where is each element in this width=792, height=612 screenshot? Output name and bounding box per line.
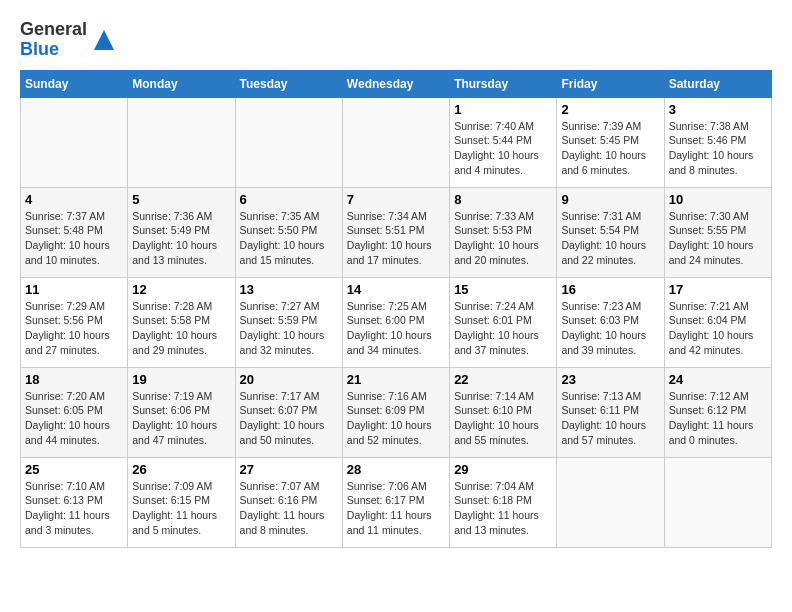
- day-number: 12: [132, 282, 230, 297]
- day-number: 15: [454, 282, 552, 297]
- calendar-cell: 16Sunrise: 7:23 AM Sunset: 6:03 PM Dayli…: [557, 277, 664, 367]
- day-info: Sunrise: 7:29 AM Sunset: 5:56 PM Dayligh…: [25, 299, 123, 358]
- calendar-cell: 23Sunrise: 7:13 AM Sunset: 6:11 PM Dayli…: [557, 367, 664, 457]
- calendar-cell: 6Sunrise: 7:35 AM Sunset: 5:50 PM Daylig…: [235, 187, 342, 277]
- calendar-cell: 24Sunrise: 7:12 AM Sunset: 6:12 PM Dayli…: [664, 367, 771, 457]
- day-info: Sunrise: 7:10 AM Sunset: 6:13 PM Dayligh…: [25, 479, 123, 538]
- day-number: 17: [669, 282, 767, 297]
- day-number: 11: [25, 282, 123, 297]
- day-number: 8: [454, 192, 552, 207]
- day-info: Sunrise: 7:35 AM Sunset: 5:50 PM Dayligh…: [240, 209, 338, 268]
- calendar-table: SundayMondayTuesdayWednesdayThursdayFrid…: [20, 70, 772, 548]
- day-info: Sunrise: 7:30 AM Sunset: 5:55 PM Dayligh…: [669, 209, 767, 268]
- day-number: 2: [561, 102, 659, 117]
- day-info: Sunrise: 7:28 AM Sunset: 5:58 PM Dayligh…: [132, 299, 230, 358]
- day-number: 22: [454, 372, 552, 387]
- calendar-cell: 10Sunrise: 7:30 AM Sunset: 5:55 PM Dayli…: [664, 187, 771, 277]
- header-day-tuesday: Tuesday: [235, 70, 342, 97]
- calendar-cell: [128, 97, 235, 187]
- day-info: Sunrise: 7:17 AM Sunset: 6:07 PM Dayligh…: [240, 389, 338, 448]
- page-header: General Blue: [20, 20, 772, 60]
- day-number: 10: [669, 192, 767, 207]
- day-number: 13: [240, 282, 338, 297]
- header-day-saturday: Saturday: [664, 70, 771, 97]
- day-info: Sunrise: 7:39 AM Sunset: 5:45 PM Dayligh…: [561, 119, 659, 178]
- day-number: 4: [25, 192, 123, 207]
- day-number: 24: [669, 372, 767, 387]
- calendar-cell: 11Sunrise: 7:29 AM Sunset: 5:56 PM Dayli…: [21, 277, 128, 367]
- header-day-sunday: Sunday: [21, 70, 128, 97]
- day-info: Sunrise: 7:16 AM Sunset: 6:09 PM Dayligh…: [347, 389, 445, 448]
- header-day-monday: Monday: [128, 70, 235, 97]
- header-day-friday: Friday: [557, 70, 664, 97]
- calendar-cell: [342, 97, 449, 187]
- calendar-cell: 26Sunrise: 7:09 AM Sunset: 6:15 PM Dayli…: [128, 457, 235, 547]
- header-day-thursday: Thursday: [450, 70, 557, 97]
- day-number: 25: [25, 462, 123, 477]
- day-info: Sunrise: 7:38 AM Sunset: 5:46 PM Dayligh…: [669, 119, 767, 178]
- header-row: SundayMondayTuesdayWednesdayThursdayFrid…: [21, 70, 772, 97]
- day-number: 18: [25, 372, 123, 387]
- week-row-0: 1Sunrise: 7:40 AM Sunset: 5:44 PM Daylig…: [21, 97, 772, 187]
- calendar-cell: 12Sunrise: 7:28 AM Sunset: 5:58 PM Dayli…: [128, 277, 235, 367]
- calendar-cell: 27Sunrise: 7:07 AM Sunset: 6:16 PM Dayli…: [235, 457, 342, 547]
- day-number: 6: [240, 192, 338, 207]
- svg-marker-0: [94, 30, 114, 50]
- calendar-cell: 21Sunrise: 7:16 AM Sunset: 6:09 PM Dayli…: [342, 367, 449, 457]
- day-info: Sunrise: 7:12 AM Sunset: 6:12 PM Dayligh…: [669, 389, 767, 448]
- day-info: Sunrise: 7:34 AM Sunset: 5:51 PM Dayligh…: [347, 209, 445, 268]
- day-number: 1: [454, 102, 552, 117]
- logo-text: General Blue: [20, 20, 87, 60]
- week-row-1: 4Sunrise: 7:37 AM Sunset: 5:48 PM Daylig…: [21, 187, 772, 277]
- day-info: Sunrise: 7:20 AM Sunset: 6:05 PM Dayligh…: [25, 389, 123, 448]
- calendar-body: 1Sunrise: 7:40 AM Sunset: 5:44 PM Daylig…: [21, 97, 772, 547]
- day-number: 5: [132, 192, 230, 207]
- day-info: Sunrise: 7:09 AM Sunset: 6:15 PM Dayligh…: [132, 479, 230, 538]
- day-info: Sunrise: 7:36 AM Sunset: 5:49 PM Dayligh…: [132, 209, 230, 268]
- day-info: Sunrise: 7:04 AM Sunset: 6:18 PM Dayligh…: [454, 479, 552, 538]
- calendar-cell: 3Sunrise: 7:38 AM Sunset: 5:46 PM Daylig…: [664, 97, 771, 187]
- day-info: Sunrise: 7:25 AM Sunset: 6:00 PM Dayligh…: [347, 299, 445, 358]
- calendar-cell: 2Sunrise: 7:39 AM Sunset: 5:45 PM Daylig…: [557, 97, 664, 187]
- week-row-4: 25Sunrise: 7:10 AM Sunset: 6:13 PM Dayli…: [21, 457, 772, 547]
- day-info: Sunrise: 7:24 AM Sunset: 6:01 PM Dayligh…: [454, 299, 552, 358]
- day-info: Sunrise: 7:13 AM Sunset: 6:11 PM Dayligh…: [561, 389, 659, 448]
- calendar-cell: [21, 97, 128, 187]
- calendar-cell: [235, 97, 342, 187]
- day-number: 3: [669, 102, 767, 117]
- logo-blue: Blue: [20, 40, 87, 60]
- day-info: Sunrise: 7:21 AM Sunset: 6:04 PM Dayligh…: [669, 299, 767, 358]
- calendar-cell: 19Sunrise: 7:19 AM Sunset: 6:06 PM Dayli…: [128, 367, 235, 457]
- day-info: Sunrise: 7:14 AM Sunset: 6:10 PM Dayligh…: [454, 389, 552, 448]
- calendar-cell: 28Sunrise: 7:06 AM Sunset: 6:17 PM Dayli…: [342, 457, 449, 547]
- day-info: Sunrise: 7:40 AM Sunset: 5:44 PM Dayligh…: [454, 119, 552, 178]
- day-info: Sunrise: 7:19 AM Sunset: 6:06 PM Dayligh…: [132, 389, 230, 448]
- calendar-cell: 5Sunrise: 7:36 AM Sunset: 5:49 PM Daylig…: [128, 187, 235, 277]
- day-number: 28: [347, 462, 445, 477]
- day-number: 16: [561, 282, 659, 297]
- day-info: Sunrise: 7:33 AM Sunset: 5:53 PM Dayligh…: [454, 209, 552, 268]
- calendar-cell: 22Sunrise: 7:14 AM Sunset: 6:10 PM Dayli…: [450, 367, 557, 457]
- day-number: 29: [454, 462, 552, 477]
- calendar-cell: 15Sunrise: 7:24 AM Sunset: 6:01 PM Dayli…: [450, 277, 557, 367]
- day-number: 20: [240, 372, 338, 387]
- calendar-cell: 1Sunrise: 7:40 AM Sunset: 5:44 PM Daylig…: [450, 97, 557, 187]
- calendar-header: SundayMondayTuesdayWednesdayThursdayFrid…: [21, 70, 772, 97]
- day-number: 23: [561, 372, 659, 387]
- day-info: Sunrise: 7:07 AM Sunset: 6:16 PM Dayligh…: [240, 479, 338, 538]
- day-number: 21: [347, 372, 445, 387]
- logo: General Blue: [20, 20, 119, 60]
- day-number: 7: [347, 192, 445, 207]
- calendar-cell: 29Sunrise: 7:04 AM Sunset: 6:18 PM Dayli…: [450, 457, 557, 547]
- day-number: 27: [240, 462, 338, 477]
- day-info: Sunrise: 7:23 AM Sunset: 6:03 PM Dayligh…: [561, 299, 659, 358]
- calendar-cell: [664, 457, 771, 547]
- calendar-cell: 13Sunrise: 7:27 AM Sunset: 5:59 PM Dayli…: [235, 277, 342, 367]
- calendar-cell: 8Sunrise: 7:33 AM Sunset: 5:53 PM Daylig…: [450, 187, 557, 277]
- calendar-cell: 18Sunrise: 7:20 AM Sunset: 6:05 PM Dayli…: [21, 367, 128, 457]
- calendar-cell: 9Sunrise: 7:31 AM Sunset: 5:54 PM Daylig…: [557, 187, 664, 277]
- calendar-cell: 7Sunrise: 7:34 AM Sunset: 5:51 PM Daylig…: [342, 187, 449, 277]
- day-info: Sunrise: 7:27 AM Sunset: 5:59 PM Dayligh…: [240, 299, 338, 358]
- calendar-cell: 25Sunrise: 7:10 AM Sunset: 6:13 PM Dayli…: [21, 457, 128, 547]
- calendar-cell: 20Sunrise: 7:17 AM Sunset: 6:07 PM Dayli…: [235, 367, 342, 457]
